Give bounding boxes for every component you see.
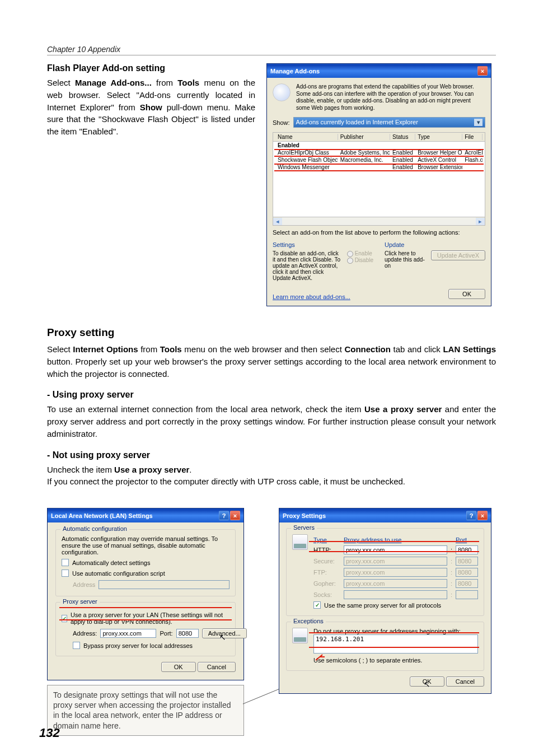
ftp-label: FTP: <box>313 569 340 576</box>
not-using-proxy-text: Uncheck the item Use a proxy server. <box>47 464 496 476</box>
dialog-title: Manage Add-ons <box>270 68 320 74</box>
ok-button[interactable]: OK <box>161 662 196 672</box>
ftp-port-input <box>456 568 478 577</box>
col-type[interactable]: Type <box>415 134 462 140</box>
t: Connection <box>344 344 391 354</box>
addon-list[interactable]: Enabled AcroIEHlprObj ClassAdobe Systems… <box>273 141 485 217</box>
radio-disable <box>347 258 353 264</box>
titlebar: Manage Add-ons × <box>267 64 491 78</box>
proxy-settings-dialog: Proxy Settings ? × Servers Type Proxy ad… <box>279 508 491 694</box>
col-file[interactable]: File <box>462 134 483 140</box>
using-proxy-text: To use an external internet connection f… <box>47 403 496 440</box>
list-item[interactable]: Shockwave Flash ObjectMacromedia, Inc.En… <box>273 156 485 164</box>
annotation-box: To designate proxy settings that will no… <box>47 685 244 736</box>
col-publisher[interactable]: Publisher <box>338 134 390 140</box>
cancel-button[interactable]: Cancel <box>446 676 484 687</box>
address-label: Address: <box>73 630 97 637</box>
c: ActiveX Control <box>415 157 462 163</box>
secure-port-input <box>456 557 478 566</box>
gopher-label: Gopher: <box>313 580 340 587</box>
show-dropdown[interactable]: Add-ons currently loaded in Internet Exp… <box>293 117 485 128</box>
scroll-track[interactable] <box>282 217 476 225</box>
gopher-address-input <box>344 579 447 588</box>
close-icon[interactable]: × <box>477 66 488 76</box>
col-status[interactable]: Status <box>390 134 415 140</box>
address-label: Address <box>73 581 95 588</box>
ok-button[interactable]: OK <box>448 289 485 299</box>
close-icon[interactable]: × <box>477 511 488 520</box>
help-icon[interactable]: ? <box>219 511 229 520</box>
proxy-title: Proxy setting <box>47 326 496 339</box>
t: Uncheck the item <box>47 465 114 474</box>
c: Flash.ocx <box>462 157 483 163</box>
not-using-proxy-title: - Not using proxy server <box>47 450 496 460</box>
not-using-proxy-text2: If you connect the projector to the comp… <box>47 475 496 488</box>
t: Tools <box>177 78 199 87</box>
bypass-label: Bypass proxy server for local addresses <box>83 642 193 649</box>
radio-enable <box>347 251 353 257</box>
dialog-title: Local Area Network (LAN) Settings <box>51 512 153 519</box>
script-address-input <box>99 580 229 589</box>
t: LAN Settings <box>443 344 496 354</box>
ok-button[interactable]: OK <box>410 676 444 687</box>
port-label: Port: <box>160 630 172 637</box>
arrow-left-icon[interactable]: ◂ <box>273 218 282 225</box>
socks-label: Socks: <box>313 591 340 598</box>
t: menu on the web browser and then select <box>182 344 345 354</box>
settings-label: Settings <box>273 241 373 248</box>
checkbox-auto-detect[interactable] <box>62 559 69 566</box>
proxy-port-input[interactable] <box>176 629 199 638</box>
learn-more-link[interactable]: Learn more about add-ons... <box>273 293 350 300</box>
server-icon <box>292 534 308 550</box>
help-icon[interactable]: ? <box>466 511 476 520</box>
settings-text: To disable an add-on, click it and then … <box>273 250 343 281</box>
semicolons-text: Use semicolons ( ; ) to separate entries… <box>313 657 478 664</box>
addon-description: Add-ons are programs that extend the cap… <box>296 83 485 111</box>
show-value: Add-ons currently loaded in Internet Exp… <box>296 119 418 126</box>
auto-detect-label: Automatically detect settings <box>72 559 150 566</box>
t: Select <box>47 344 73 354</box>
close-icon[interactable]: × <box>230 511 240 520</box>
servers-label: Servers <box>291 524 317 531</box>
proxy-address-input[interactable] <box>100 629 156 638</box>
t: Use a proxy server <box>114 465 189 474</box>
t: from <box>152 78 178 87</box>
horizontal-scrollbar[interactable]: ◂▸ <box>273 217 485 226</box>
page-number: 132 <box>39 726 60 740</box>
flash-title: Flash Player Add-on setting <box>47 63 255 73</box>
advanced-button[interactable]: Advanced... <box>202 628 247 638</box>
chapter-heading: Chapter 10 Appendix <box>47 45 496 55</box>
t: Internet Options <box>73 344 138 354</box>
server-icon <box>292 628 308 643</box>
t: button. Properly set up your web browser… <box>47 357 496 379</box>
auto-config-text: Automatic configuration may override man… <box>62 535 229 556</box>
c: Shockwave Flash Object <box>275 157 338 163</box>
update-text: Click here to update this add-on <box>385 250 427 269</box>
checkbox-same-proxy[interactable]: ✓ <box>313 601 321 609</box>
enable-label: Enable <box>355 250 372 256</box>
titlebar: Local Area Network (LAN) Settings ? × <box>48 508 243 522</box>
instruction-text: Select an add-on from the list above to … <box>273 229 485 236</box>
c: Macromedia, Inc. <box>338 157 390 163</box>
c: Enabled <box>390 157 415 163</box>
exceptions-label: Exceptions <box>291 618 326 624</box>
t: Select <box>47 78 75 87</box>
checkbox-bypass[interactable] <box>73 642 80 649</box>
list-header: Name Publisher Status Type File <box>273 132 485 141</box>
disable-label: Disable <box>355 257 373 263</box>
arrow-right-icon[interactable]: ▸ <box>476 218 485 225</box>
checkbox-auto-script[interactable] <box>62 570 69 577</box>
secure-label: Secure: <box>313 558 340 564</box>
socks-address-input <box>344 590 447 599</box>
t: Manage Add-ons... <box>75 78 152 87</box>
secure-address-input <box>344 557 447 566</box>
titlebar: Proxy Settings ? × <box>279 508 491 522</box>
t: . <box>189 465 191 474</box>
dialog-title: Proxy Settings <box>283 512 326 519</box>
col-name[interactable]: Name <box>275 134 338 140</box>
update-label: Update <box>385 241 485 248</box>
arrow-icon <box>315 654 326 661</box>
socks-port-input <box>456 590 478 599</box>
cancel-button[interactable]: Cancel <box>198 662 236 672</box>
t: Tools <box>160 344 182 354</box>
